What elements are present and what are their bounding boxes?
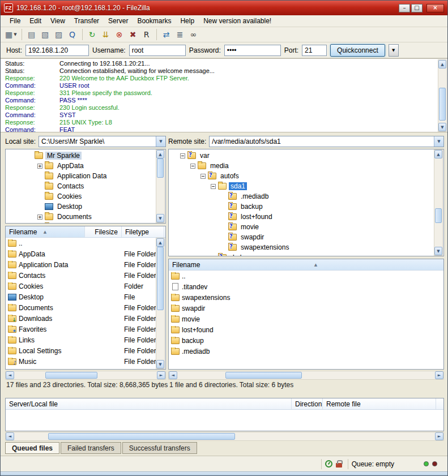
local-tree-item-appdata[interactable]: +AppData <box>6 161 165 171</box>
collapse-icon[interactable]: − <box>180 153 185 158</box>
disconnect-button[interactable]: ✖ <box>126 28 140 41</box>
port-input[interactable] <box>302 45 327 56</box>
speed-limits-icon[interactable] <box>325 460 332 468</box>
remote-tree-item-movie[interactable]: movie <box>169 222 443 232</box>
scroll-thumb[interactable] <box>45 372 97 379</box>
remote-file-row[interactable]: swapextensions <box>169 292 443 303</box>
scroll-left-button[interactable]: ◄ <box>169 371 177 379</box>
password-input[interactable] <box>224 45 281 56</box>
remote-tree-item-sda1[interactable]: −sda1 <box>169 181 443 191</box>
local-file-row[interactable]: LinksFile Folder <box>6 335 165 345</box>
maximize-button[interactable]: □ <box>411 4 423 12</box>
remote-tree-item-swapdir[interactable]: swapdir <box>169 232 443 242</box>
remote-tree-item-swapextensions[interactable]: swapextensions <box>169 242 443 252</box>
remote-column-filename[interactable]: Filename▲ <box>169 259 444 270</box>
titlebar[interactable]: FZ 192.168.1.20 - root@192.168.1.20 - Fi… <box>1 1 447 15</box>
process-queue-button[interactable]: ⇊ <box>99 28 113 41</box>
remote-file-row[interactable]: swapdir <box>169 303 443 314</box>
find-files-button[interactable]: ∞ <box>187 28 200 41</box>
remote-file-row[interactable]: .. <box>169 271 443 281</box>
remote-tree-item-dvd[interactable]: dvd <box>169 252 443 256</box>
menu-item-edit[interactable]: Edit <box>25 16 46 26</box>
scroll-down-button[interactable]: ▼ <box>156 360 164 368</box>
menu-item-server[interactable]: Server <box>104 16 133 26</box>
scroll-thumb[interactable] <box>435 208 442 223</box>
local-tree-item-contacts[interactable]: Contacts <box>6 181 165 191</box>
local-file-row[interactable]: Application DataFile Folder <box>6 259 165 270</box>
local-file-row[interactable]: DesktopFile <box>6 291 165 302</box>
scroll-thumb[interactable] <box>157 247 164 310</box>
remote-file-row[interactable]: .titandev <box>169 281 443 292</box>
scroll-thumb[interactable] <box>439 88 446 121</box>
remote-file-row[interactable]: .mediadb <box>169 346 443 357</box>
remote-hscrollbar[interactable]: ◄► <box>168 371 444 380</box>
local-tree-item-desktop[interactable]: Desktop <box>6 201 165 212</box>
remote-tree-scrollbar[interactable]: ▲▼ <box>434 149 443 256</box>
local-tree-scrollbar[interactable]: ▲▼ <box>156 149 165 223</box>
collapse-icon[interactable]: − <box>211 184 216 189</box>
username-input[interactable] <box>129 45 186 56</box>
local-tree-item-downloads[interactable]: +Downloads <box>6 222 165 224</box>
queue-column-direction[interactable]: Direction <box>292 398 323 409</box>
remote-tree-item-media[interactable]: −media <box>169 161 443 171</box>
tab-failed-transfers[interactable]: Failed transfers <box>61 442 121 454</box>
menu-item-new-version-available[interactable]: New version available! <box>199 16 276 26</box>
synchronized-browsing-button[interactable]: ⇄ <box>160 28 173 41</box>
remote-file-row[interactable]: movie <box>169 314 443 324</box>
directory-comparison-button[interactable]: ≣ <box>173 28 187 41</box>
tab-queued-files[interactable]: Queued files <box>5 442 59 454</box>
minimize-button[interactable]: – <box>399 4 410 12</box>
scroll-thumb[interactable] <box>225 372 302 379</box>
local-tree-item-mr-sparkle[interactable]: Mr Sparkle <box>6 151 165 161</box>
menu-item-view[interactable]: View <box>46 16 70 26</box>
scroll-thumb[interactable] <box>48 433 235 440</box>
log-scrollbar[interactable]: ▲▼ <box>438 59 447 132</box>
scroll-down-button[interactable]: ▼ <box>438 123 446 131</box>
menu-item-transfer[interactable]: Transfer <box>70 16 104 26</box>
local-file-row[interactable]: ContactsFile Folder <box>6 270 165 281</box>
tab-successful-transfers[interactable]: Successful transfers <box>122 442 197 454</box>
collapse-icon[interactable]: − <box>190 164 195 169</box>
local-hscrollbar[interactable]: ◄► <box>5 371 166 380</box>
scroll-right-button[interactable]: ► <box>157 371 165 379</box>
chevron-down-icon[interactable]: ▼ <box>434 136 443 147</box>
scroll-left-button[interactable]: ◄ <box>6 371 14 379</box>
refresh-button[interactable]: ↻ <box>86 28 99 41</box>
host-input[interactable] <box>25 45 89 56</box>
local-file-row[interactable]: Local SettingsFile Folder <box>6 345 165 356</box>
queue-column-remote-file[interactable]: Remote file <box>323 398 436 409</box>
remote-file-row[interactable]: lost+found <box>169 324 443 335</box>
local-column-filetype[interactable]: Filetype <box>122 226 164 237</box>
local-tree-item-cookies[interactable]: Cookies <box>6 191 165 201</box>
scroll-up-button[interactable]: ▲ <box>156 238 164 247</box>
local-column-filename[interactable]: Filename▲ <box>6 226 85 237</box>
local-file-row[interactable]: FavoritesFile Folder <box>6 324 165 335</box>
local-site-combo[interactable]: C:\Users\Mr Sparkle\ ▼ <box>39 136 166 147</box>
scroll-up-button[interactable]: ▲ <box>438 60 446 68</box>
toggle-message-log-button[interactable]: ▤ <box>25 28 39 41</box>
remote-file-row[interactable]: backup <box>169 335 443 346</box>
close-button[interactable]: × <box>426 4 444 12</box>
scroll-down-button[interactable]: ▼ <box>434 247 442 255</box>
site-manager-button[interactable]: ▦▼ <box>3 28 19 41</box>
scroll-up-button[interactable]: ▲ <box>156 150 164 158</box>
remote-tree-item-mediadb[interactable]: .mediadb <box>169 191 443 201</box>
scroll-right-button[interactable]: ► <box>435 432 443 440</box>
local-file-row[interactable]: MusicFile Folder <box>6 356 165 367</box>
remote-tree-item-autofs[interactable]: −autofs <box>169 171 443 181</box>
remote-site-combo[interactable]: /var/media/autofs/sda1 ▼ <box>209 136 444 147</box>
remote-tree-item-var[interactable]: −var <box>169 151 443 161</box>
local-list-scrollbar[interactable]: ▲▼ <box>156 238 165 369</box>
remote-tree-item-backup[interactable]: backup <box>169 201 443 212</box>
scroll-down-button[interactable]: ▼ <box>156 214 164 222</box>
local-file-row[interactable]: .. <box>6 238 165 248</box>
reconnect-button[interactable]: R <box>140 28 153 41</box>
local-column-filesize[interactable]: Filesize <box>85 226 122 237</box>
queue-hscrollbar[interactable]: ◄► <box>5 432 444 441</box>
quickconnect-button[interactable]: Quickconnect <box>330 44 385 57</box>
collapse-icon[interactable]: − <box>200 174 206 179</box>
expand-icon[interactable]: + <box>37 215 42 220</box>
menu-item-file[interactable]: File <box>5 16 25 26</box>
local-file-row[interactable]: DocumentsFile Folder <box>6 302 165 313</box>
toggle-remote-tree-button[interactable]: ▨ <box>52 28 66 41</box>
